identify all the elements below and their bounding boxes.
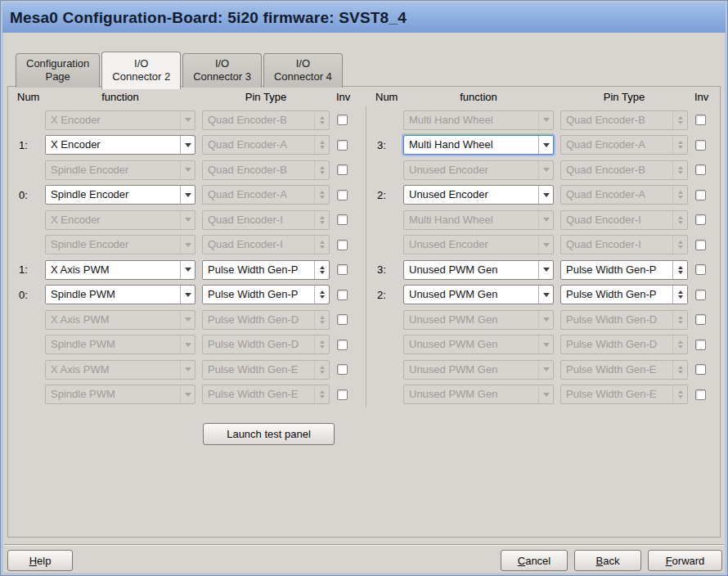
- combobox-value: Unused PWM Gen: [404, 311, 538, 329]
- tab-io-connector-3[interactable]: I/O Connector 3: [182, 53, 262, 88]
- column-header-pin-type: Pin Type: [202, 91, 330, 103]
- combobox-value: X Encoder: [46, 136, 180, 154]
- inv-checkbox[interactable]: [695, 214, 706, 225]
- pintype-combobox[interactable]: Pulse Width Gen-P: [560, 285, 688, 304]
- updown-arrow-icon: [314, 335, 329, 353]
- combobox-value: Pulse Width Gen-D: [203, 335, 314, 353]
- updown-arrow-icon: [672, 261, 687, 279]
- function-combobox[interactable]: Unused PWM Gen: [403, 285, 554, 304]
- dropdown-arrow-icon: [180, 311, 195, 329]
- tab-io-connector-2[interactable]: I/O Connector 2: [101, 52, 181, 89]
- inv-checkbox[interactable]: [337, 240, 348, 250]
- dropdown-arrow-icon: [180, 361, 195, 379]
- inv-checkbox[interactable]: [695, 115, 706, 125]
- inv-checkbox[interactable]: [695, 240, 706, 250]
- pin-number-label: 2:: [369, 289, 397, 301]
- inv-checkbox[interactable]: [337, 314, 348, 325]
- function-combobox[interactable]: X Axis PWM: [45, 260, 195, 280]
- updown-arrow-icon: [672, 136, 687, 154]
- forward-button[interactable]: Forward: [648, 550, 722, 571]
- help-button[interactable]: Help: [7, 550, 73, 571]
- pintype-combobox: Quad Encoder-B: [560, 110, 688, 130]
- launch-test-panel-button[interactable]: Launch test panel: [203, 423, 335, 445]
- inv-checkbox[interactable]: [337, 364, 348, 375]
- dropdown-arrow-icon: [180, 286, 195, 304]
- dropdown-arrow-icon: [538, 361, 553, 379]
- pintype-combobox: Pulse Width Gen-D: [202, 310, 330, 330]
- pintype-combobox[interactable]: Pulse Width Gen-P: [202, 285, 330, 304]
- inv-checkbox[interactable]: [337, 115, 348, 125]
- function-combobox: Unused PWM Gen: [403, 335, 554, 354]
- inv-checkbox[interactable]: [337, 214, 348, 225]
- pin-grid-left: NumfunctionPin TypeInvX EncoderQuad Enco…: [11, 88, 348, 404]
- inv-checkbox[interactable]: [337, 264, 348, 275]
- group-divider: [366, 106, 366, 407]
- combobox-value: Pulse Width Gen-E: [561, 361, 672, 379]
- function-combobox: X Encoder: [45, 110, 195, 130]
- function-combobox[interactable]: Unused Encoder: [403, 185, 554, 205]
- dropdown-arrow-icon: [180, 385, 195, 403]
- combobox-value: Quad Encoder-I: [561, 236, 672, 254]
- updown-arrow-icon: [314, 361, 329, 379]
- updown-arrow-icon: [672, 286, 687, 304]
- function-combobox[interactable]: Spindle Encoder: [45, 185, 195, 205]
- cancel-button[interactable]: Cancel: [501, 550, 568, 571]
- updown-arrow-icon: [314, 186, 329, 204]
- pintype-combobox: Pulse Width Gen-D: [202, 335, 330, 354]
- pncconf-window: Mesa0 Configuration-Board: 5i20 firmware…: [0, 0, 728, 576]
- combobox-value: Unused PWM Gen: [404, 286, 538, 304]
- inv-checkbox[interactable]: [337, 340, 348, 350]
- function-combobox: X Axis PWM: [45, 310, 195, 330]
- pin-number-label: 1:: [11, 263, 38, 276]
- inv-checkbox[interactable]: [695, 190, 706, 200]
- inv-checkbox[interactable]: [695, 340, 706, 350]
- pintype-combobox: Pulse Width Gen-E: [560, 385, 688, 404]
- inv-checkbox[interactable]: [695, 290, 706, 300]
- dropdown-arrow-icon: [180, 261, 195, 279]
- inv-checkbox[interactable]: [695, 364, 706, 375]
- column-header-function: function: [45, 91, 195, 103]
- inv-checkbox[interactable]: [337, 389, 348, 400]
- combobox-value: Spindle PWM: [46, 335, 180, 353]
- inv-checkbox[interactable]: [337, 290, 348, 300]
- inv-checkbox[interactable]: [695, 389, 706, 400]
- pintype-combobox: Pulse Width Gen-E: [560, 360, 688, 380]
- inv-checkbox[interactable]: [695, 140, 706, 151]
- combobox-value: Quad Encoder-I: [203, 236, 314, 254]
- pintype-combobox: Quad Encoder-I: [560, 235, 688, 254]
- pintype-combobox[interactable]: Pulse Width Gen-P: [202, 260, 330, 280]
- dropdown-arrow-icon: [180, 186, 195, 204]
- pintype-combobox[interactable]: Pulse Width Gen-P: [560, 260, 688, 280]
- dropdown-arrow-icon: [180, 211, 195, 229]
- dropdown-arrow-icon: [180, 111, 195, 129]
- tab-configuration-page[interactable]: Configuration Page: [16, 53, 100, 88]
- tab-io-connector-4[interactable]: I/O Connector 4: [263, 53, 343, 88]
- combobox-value: Spindle Encoder: [46, 186, 180, 204]
- function-combobox[interactable]: Spindle PWM: [45, 285, 195, 304]
- updown-arrow-icon: [314, 161, 329, 179]
- combobox-value: Spindle Encoder: [46, 161, 180, 179]
- combobox-value: Multi Hand Wheel: [404, 111, 538, 129]
- combobox-value: Spindle PWM: [46, 385, 180, 403]
- dropdown-arrow-icon: [180, 335, 195, 353]
- combobox-value: Pulse Width Gen-E: [203, 361, 314, 379]
- updown-arrow-icon: [314, 211, 329, 229]
- pintype-combobox: Pulse Width Gen-E: [202, 385, 330, 404]
- function-combobox: Spindle PWM: [45, 385, 195, 404]
- function-combobox[interactable]: Unused PWM Gen: [403, 260, 554, 280]
- pintype-combobox: Quad Encoder-A: [202, 135, 330, 155]
- inv-checkbox[interactable]: [695, 314, 706, 325]
- combobox-value: Pulse Width Gen-P: [203, 286, 314, 304]
- inv-checkbox[interactable]: [337, 140, 348, 151]
- page-title: Mesa0 Configuration-Board: 5i20 firmware…: [10, 9, 407, 27]
- inv-checkbox[interactable]: [337, 190, 348, 200]
- function-combobox[interactable]: X Encoder: [45, 135, 195, 155]
- function-combobox[interactable]: Multi Hand Wheel: [403, 135, 554, 155]
- column-header-pin-type: Pin Type: [560, 91, 688, 103]
- inv-checkbox[interactable]: [695, 264, 706, 275]
- inv-checkbox[interactable]: [695, 164, 706, 175]
- inv-checkbox[interactable]: [337, 164, 348, 175]
- combobox-value: Pulse Width Gen-P: [561, 261, 672, 279]
- pin-number-label: 2:: [369, 189, 397, 201]
- back-button[interactable]: Back: [574, 550, 641, 571]
